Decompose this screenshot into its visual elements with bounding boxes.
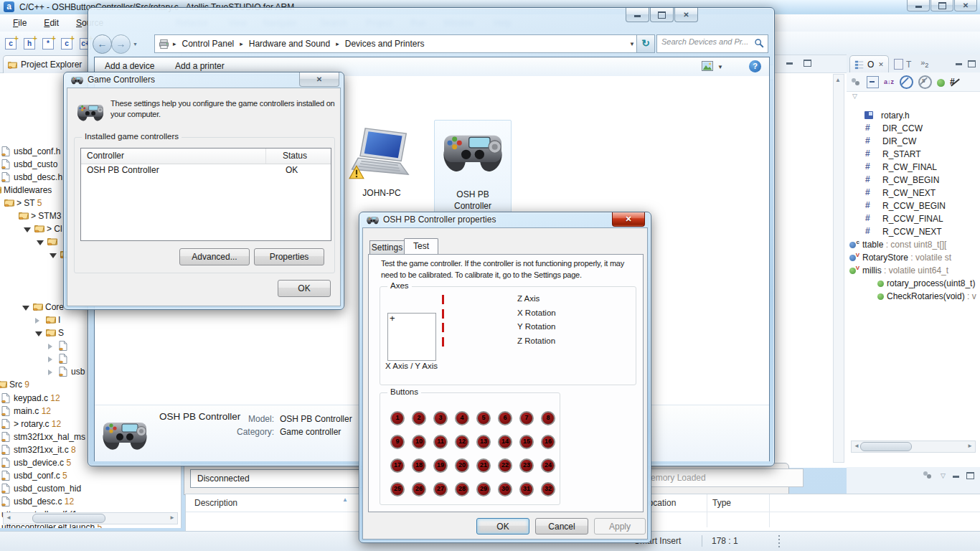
- outline-item[interactable]: #R_CCW_FINAL: [847, 213, 980, 225]
- maximize-button[interactable]: [930, 0, 953, 11]
- device-john-pc[interactable]: JOHN-PC: [347, 122, 416, 208]
- collapsed-arrow-icon[interactable]: [35, 318, 39, 324]
- view-options-icon[interactable]: [702, 61, 713, 71]
- view-minimize-icon[interactable]: [953, 473, 959, 478]
- apply-button[interactable]: Apply: [594, 518, 646, 534]
- tab-overflow-indicator[interactable]: »2: [920, 58, 928, 69]
- editor-minimize-icon[interactable]: [786, 60, 793, 65]
- scroll-right-icon[interactable]: ►: [169, 514, 175, 522]
- scrollbar-thumb[interactable]: [32, 514, 105, 523]
- tree-item[interactable]: usbd_conf.c 5: [0, 470, 181, 482]
- outline-item[interactable]: #R_CW_BEGIN: [847, 174, 980, 187]
- tab-settings[interactable]: Settings: [369, 240, 405, 255]
- tab-outline[interactable]: O ✕: [849, 55, 889, 73]
- new-file-button-2[interactable]: h+: [22, 34, 37, 52]
- breadcrumb-item-1[interactable]: Control Panel: [180, 37, 237, 50]
- recent-pages-dropdown-icon[interactable]: ▼: [133, 42, 138, 47]
- menu-edit[interactable]: Edit: [35, 17, 67, 29]
- hide-fields-icon[interactable]: [900, 75, 913, 89]
- column-type[interactable]: Type: [712, 494, 731, 512]
- column-controller[interactable]: Controller: [87, 151, 124, 161]
- expanded-arrow-icon[interactable]: [37, 240, 44, 245]
- restore-button[interactable]: [650, 8, 674, 22]
- close-icon[interactable]: ✕: [299, 72, 339, 87]
- outline-item[interactable]: #R_CCW_BEGIN: [847, 200, 980, 212]
- ok-button[interactable]: OK: [476, 518, 529, 534]
- hide-inactive-icon[interactable]: #: [950, 77, 961, 88]
- add-device-button[interactable]: Add a device: [105, 61, 154, 71]
- collapsed-arrow-icon[interactable]: [48, 369, 52, 375]
- expanded-arrow-icon[interactable]: [22, 306, 29, 311]
- outline-item[interactable]: cttable : const uint8_t[][: [847, 239, 980, 251]
- hide-non-public-icon[interactable]: [937, 79, 945, 87]
- device-osh-pb-controller[interactable]: OSH PB Controller: [434, 120, 512, 216]
- scroll-left-icon[interactable]: ◄: [854, 442, 859, 451]
- outline-item[interactable]: rotary_process(uint8_t): [847, 278, 980, 290]
- search-box[interactable]: [656, 34, 768, 53]
- minimize-button[interactable]: [626, 8, 649, 22]
- expanded-arrow-icon[interactable]: [35, 331, 42, 336]
- outline-item[interactable]: #R_CW_FINAL: [847, 161, 980, 174]
- sort-icon[interactable]: a↓z: [884, 77, 895, 88]
- collapsed-arrow-icon[interactable]: [48, 344, 52, 349]
- tree-item[interactable]: usbd_desc.c 12: [0, 496, 181, 508]
- breadcrumb[interactable]: ▸Control Panel▸Hardware and Sound▸Device…: [154, 34, 641, 53]
- scrollbar-thumb[interactable]: [860, 442, 912, 451]
- expanded-arrow-icon[interactable]: [50, 253, 57, 258]
- project-explorer-hscrollbar[interactable]: ◄ ►: [3, 512, 178, 524]
- view-minimize-icon[interactable]: [956, 60, 962, 67]
- tree-item[interactable]: usbd_custom_hid: [0, 483, 181, 495]
- back-button[interactable]: ←: [93, 34, 112, 54]
- controller-row[interactable]: OSH PB Controller OK: [81, 164, 331, 177]
- collapsed-arrow-icon[interactable]: [48, 357, 52, 362]
- close-icon[interactable]: ✕: [878, 61, 884, 68]
- breadcrumb-item-2[interactable]: Hardware and Sound: [247, 37, 332, 50]
- outline-item[interactable]: CheckRotaries(void) : v: [847, 291, 980, 303]
- advanced-button[interactable]: Advanced...: [179, 248, 250, 265]
- tab-templates[interactable]: T: [889, 55, 916, 73]
- collapse-all-icon[interactable]: [867, 76, 879, 88]
- scroll-left-icon[interactable]: ◄: [6, 514, 11, 522]
- help-icon[interactable]: ?: [749, 60, 761, 72]
- view-menu-icon[interactable]: ▽: [852, 93, 857, 100]
- outline-item[interactable]: rotary.h: [847, 110, 980, 122]
- new-file-button-4[interactable]: c+: [59, 34, 75, 52]
- close-icon[interactable]: ✕: [954, 0, 977, 11]
- outline-item[interactable]: #R_CCW_NEXT: [847, 226, 980, 238]
- view-options-dropdown-icon[interactable]: ▼: [717, 64, 723, 70]
- outline-hscrollbar[interactable]: ◄ ►: [851, 441, 976, 453]
- ok-button[interactable]: OK: [278, 280, 331, 297]
- close-icon[interactable]: ✕: [612, 212, 645, 227]
- search-input[interactable]: [660, 37, 749, 47]
- hide-static-icon[interactable]: s: [918, 75, 932, 89]
- minimize-button[interactable]: [907, 0, 930, 11]
- outline-item[interactable]: Vmillis : volatile uint64_t: [847, 265, 980, 277]
- forward-button[interactable]: →: [111, 34, 131, 54]
- tab-test[interactable]: Test: [404, 238, 438, 254]
- editor-vscrollbar[interactable]: ▲: [833, 74, 844, 463]
- view-maximize-icon[interactable]: [968, 60, 976, 67]
- cancel-button[interactable]: Cancel: [535, 518, 588, 534]
- outline-item[interactable]: #DIR_CW: [847, 136, 980, 148]
- link-icon[interactable]: [923, 470, 933, 481]
- menu-file[interactable]: File: [4, 17, 35, 29]
- new-file-button-1[interactable]: c+: [3, 34, 19, 52]
- new-file-button-3[interactable]: *+: [40, 34, 56, 52]
- scroll-up-icon[interactable]: ▲: [835, 76, 841, 85]
- outline-item[interactable]: #R_START: [847, 149, 980, 161]
- outline-item[interactable]: VRotaryStore : volatile st: [847, 252, 980, 264]
- refresh-button[interactable]: ↻: [636, 34, 655, 53]
- expanded-arrow-icon[interactable]: [24, 227, 31, 232]
- add-printer-button[interactable]: Add a printer: [175, 61, 225, 71]
- view-maximize-icon[interactable]: [966, 472, 974, 479]
- view-menu-icon[interactable]: ▽: [941, 472, 946, 479]
- outline-item[interactable]: #R_CW_NEXT: [847, 187, 980, 199]
- tab-project-explorer[interactable]: Project Explorer: [3, 55, 90, 73]
- column-status[interactable]: Status: [283, 151, 307, 161]
- link-with-editor-icon[interactable]: [851, 77, 862, 88]
- breadcrumb-item-3[interactable]: Devices and Printers: [343, 37, 427, 50]
- controllers-list[interactable]: Controller Status OSH PB Controller OK: [80, 148, 331, 241]
- properties-button[interactable]: Properties: [254, 248, 324, 265]
- scroll-right-icon[interactable]: ►: [967, 442, 973, 451]
- editor-maximize-icon[interactable]: [804, 60, 811, 67]
